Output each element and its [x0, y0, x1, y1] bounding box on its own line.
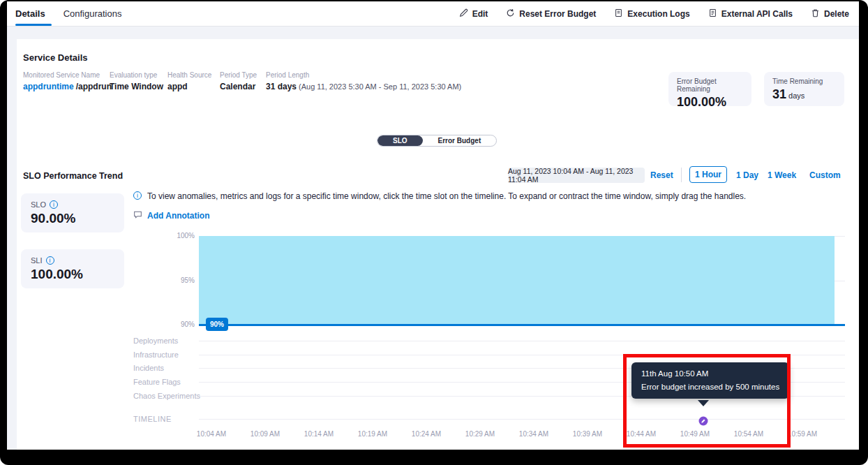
timeline-label: TIMELINE [133, 415, 172, 423]
reset-icon [506, 8, 515, 20]
slo-errorbudget-toggle: SLO Error Budget [377, 135, 497, 147]
monitored-service-suffix: /appdrun [76, 82, 112, 91]
field-period-type: Period Type Calendar [220, 71, 257, 91]
reset-error-budget-label: Reset Error Budget [519, 9, 596, 19]
speech-bubble-icon [133, 209, 142, 222]
xtick[interactable]: 10:04 AM [189, 430, 234, 438]
timeline-line [199, 419, 845, 420]
lane-incidents: Incidents [133, 364, 164, 372]
slo-performance-trend-title: SLO Performance Trend [23, 171, 123, 181]
lane-feature-flags: Feature Flags [133, 378, 181, 386]
reset-link[interactable]: Reset [650, 170, 673, 180]
range-custom[interactable]: Custom [809, 170, 841, 180]
top-tab-bar: Details Configurations Edit Reset Error … [7, 1, 859, 27]
xtick[interactable]: 10:14 AM [297, 430, 341, 438]
sli-card: SLIi 100.00% [21, 249, 124, 288]
edit-button[interactable]: Edit [459, 8, 488, 20]
edit-label: Edit [472, 9, 488, 19]
slo-target-line [199, 324, 845, 326]
range-1-week[interactable]: 1 Week [768, 170, 796, 180]
lane-line [199, 355, 845, 355]
field-evaluation-type: Evaluation type Time Window [110, 71, 163, 91]
tab-configurations[interactable]: Configurations [63, 8, 122, 19]
field-health-source: Health Source appd [167, 71, 211, 91]
xtick[interactable]: 10:09 AM [243, 430, 287, 438]
xtick[interactable]: 10:39 AM [565, 430, 610, 438]
field-monitored-service-name: Monitored Service Name appdruntime/appdr… [23, 71, 112, 91]
range-1-day[interactable]: 1 Day [736, 170, 758, 180]
field-period-length: Period Length 31 days(Aug 11, 2023 5:30 … [266, 71, 461, 91]
lane-line [199, 341, 845, 341]
slo-card: SLOi 90.00% [21, 193, 124, 232]
time-remaining-card: Time Remaining 31days [764, 72, 844, 106]
timeline-info-banner: i To view anomalies, metrics and logs fo… [133, 191, 845, 201]
annotation-tooltip: 11th Aug 10:50 AM Error budget increased… [631, 362, 789, 399]
slo-details-screen: Details Configurations Edit Reset Error … [0, 0, 868, 465]
monitored-service-link[interactable]: appdruntime [23, 82, 74, 91]
toggle-error-budget[interactable]: Error Budget [423, 135, 497, 146]
delete-label: Delete [824, 9, 849, 19]
details-panel: Service Details Monitored Service Name a… [17, 39, 859, 450]
slo-target-badge: 90% [206, 318, 228, 331]
document-lines-icon [708, 8, 717, 20]
error-budget-remaining-card: Error Budget Remaining 100.00% [668, 72, 751, 106]
ytick-100: 100% [164, 232, 195, 239]
info-icon: i [133, 191, 142, 200]
execution-logs-label: Execution Logs [627, 9, 689, 19]
lane-chaos-experiments: Chaos Experiments [133, 392, 200, 400]
xtick[interactable]: 10:54 AM [726, 430, 771, 438]
lane-infrastructure: Infrastructure [133, 350, 179, 359]
xtick[interactable]: 10:49 AM [673, 430, 717, 438]
delete-button[interactable]: Delete [811, 8, 849, 20]
sli-area-series[interactable] [199, 236, 835, 325]
tooltip-arrow [698, 400, 709, 406]
range-1-hour[interactable]: 1 Hour [689, 166, 727, 183]
xtick[interactable]: 10:19 AM [350, 430, 395, 438]
xtick[interactable]: 10:59 AM [780, 430, 825, 438]
range-divider [681, 168, 682, 182]
service-details-title: Service Details [23, 52, 88, 63]
date-range-chip[interactable]: Aug 11, 2023 10:04 AM - Aug 11, 2023 11:… [508, 168, 645, 183]
toggle-slo[interactable]: SLO [377, 135, 423, 146]
xtick[interactable]: 10:34 AM [511, 430, 556, 438]
document-icon [614, 8, 623, 20]
pencil-icon [459, 8, 468, 20]
trash-icon [811, 8, 820, 20]
ytick-90: 90% [164, 320, 195, 328]
external-api-calls-label: External API Calls [721, 9, 793, 19]
reset-error-budget-button[interactable]: Reset Error Budget [506, 8, 596, 20]
active-tab-underline [15, 24, 52, 26]
tab-details[interactable]: Details [15, 8, 45, 19]
sli-info-icon[interactable]: i [46, 256, 54, 265]
add-annotation-button[interactable]: Add Annotation [133, 209, 210, 222]
xtick[interactable]: 10:44 AM [619, 430, 664, 438]
xtick[interactable]: 10:24 AM [404, 430, 449, 438]
lane-deployments: Deployments [133, 337, 178, 345]
external-api-calls-button[interactable]: External API Calls [708, 8, 793, 20]
ytick-95: 95% [164, 276, 195, 284]
annotation-marker-icon[interactable] [698, 416, 708, 426]
slo-info-icon[interactable]: i [50, 200, 58, 209]
xtick[interactable]: 10:29 AM [458, 430, 502, 438]
execution-logs-button[interactable]: Execution Logs [614, 8, 689, 20]
